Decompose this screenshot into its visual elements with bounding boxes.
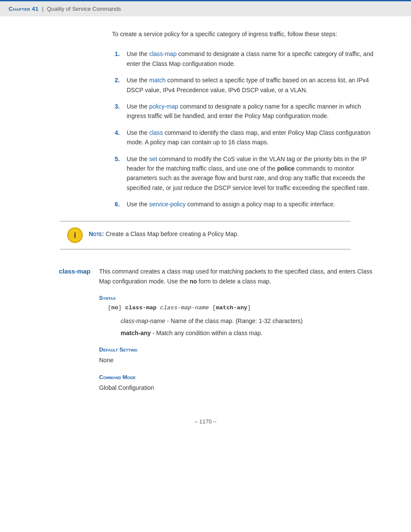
- step-number: 4.: [112, 128, 120, 147]
- step-number: 6.: [112, 199, 120, 209]
- header-title: Quality of Service Commands: [47, 6, 121, 12]
- step-text: Use the service-policy command to assign…: [127, 199, 377, 209]
- step-text: Use the class command to identify the cl…: [127, 128, 377, 147]
- syntax-block: [no] class-map class-map-name [match-any…: [108, 304, 377, 338]
- param-name: class-map-name: [121, 317, 165, 324]
- command-description: This command creates a class map used fo…: [99, 267, 377, 286]
- syntax-label: Syntax: [99, 295, 377, 301]
- page-footer: – 1170 –: [34, 418, 377, 425]
- command-section: class-map This command creates a class m…: [34, 267, 377, 392]
- step-number: 2.: [112, 75, 120, 95]
- page-content: To create a service policy for a specifi…: [0, 16, 411, 442]
- command-mode-value: Global Configuration: [99, 383, 377, 392]
- step-text: Use the set command to modify the CoS va…: [127, 154, 377, 193]
- class-link[interactable]: class: [149, 129, 163, 136]
- note-box: i Note: Create a Class Map before creati…: [60, 221, 351, 249]
- note-icon: i: [67, 227, 83, 243]
- step-number: 3.: [112, 102, 120, 121]
- step-number: 5.: [112, 154, 120, 193]
- param-name-bold: match-any: [121, 330, 151, 336]
- chapter-label: Chapter 41: [9, 6, 38, 12]
- step-text: Use the class-map command to designate a…: [127, 49, 377, 68]
- list-item: 1. Use the class-map command to designat…: [112, 49, 377, 68]
- command-body: This command creates a class map used fo…: [99, 267, 377, 392]
- list-item: 2. Use the match command to select a spe…: [112, 75, 377, 95]
- class-map-link[interactable]: class-map: [149, 50, 177, 57]
- page-header: Chapter 41 | Quality of Service Commands: [0, 0, 411, 16]
- note-content: Create a Class Map before creating a Pol…: [106, 230, 239, 237]
- list-item: 6. Use the service-policy command to ass…: [112, 199, 377, 209]
- header-separator: |: [42, 6, 43, 12]
- step-text: Use the match command to select a specif…: [127, 75, 377, 95]
- step-text: Use the policy-map command to designate …: [127, 102, 377, 121]
- note-text: Note: Create a Class Map before creating…: [89, 227, 239, 239]
- default-value: None: [99, 355, 377, 365]
- note-label: Note:: [89, 230, 104, 237]
- command-mode-label: Command Mode: [99, 374, 377, 380]
- list-item: 5. Use the set command to modify the CoS…: [112, 154, 377, 193]
- default-setting-label: Default Setting: [99, 346, 377, 353]
- steps-list: 1. Use the class-map command to designat…: [112, 49, 377, 209]
- set-link[interactable]: set: [149, 156, 157, 162]
- syntax-param: class-map-name - Name of the class map. …: [121, 316, 377, 326]
- page-number: – 1170 –: [195, 418, 217, 425]
- service-policy-link[interactable]: service-policy: [149, 201, 186, 208]
- syntax-param: match-any - Match any condition within a…: [121, 328, 377, 338]
- step-number: 1.: [112, 49, 120, 68]
- command-name: class-map: [34, 267, 90, 392]
- policy-map-link[interactable]: policy-map: [149, 103, 178, 110]
- match-link[interactable]: match: [149, 77, 165, 84]
- list-item: 3. Use the policy-map command to designa…: [112, 102, 377, 121]
- list-item: 4. Use the class command to identify the…: [112, 128, 377, 147]
- syntax-line: [no] class-map class-map-name [match-any…: [108, 304, 377, 312]
- intro-text: To create a service policy for a specifi…: [112, 29, 377, 39]
